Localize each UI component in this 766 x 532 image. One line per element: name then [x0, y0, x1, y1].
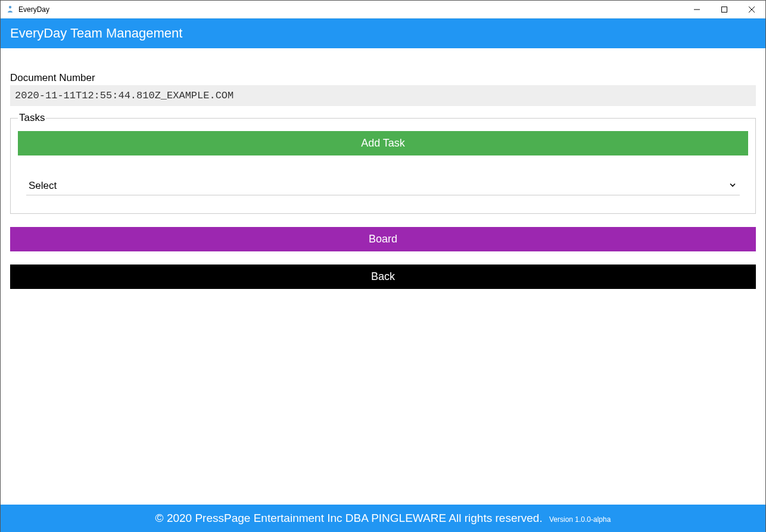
window-title: EveryDay [18, 5, 49, 14]
svg-rect-2 [722, 7, 727, 12]
svg-point-0 [9, 5, 11, 8]
back-button[interactable]: Back [10, 265, 756, 289]
window-controls [683, 1, 765, 18]
app-header: EveryDay Team Management [1, 18, 765, 48]
board-button[interactable]: Board [10, 227, 756, 251]
titlebar-left: EveryDay [5, 5, 49, 14]
add-task-button[interactable]: Add Task [18, 131, 748, 155]
maximize-button[interactable] [711, 1, 738, 18]
document-number-input[interactable] [10, 85, 756, 106]
footer-version: Version 1.0.0-alpha [549, 515, 611, 524]
document-number-label: Document Number [10, 72, 756, 84]
minimize-button[interactable] [683, 1, 711, 18]
app-header-title: EveryDay Team Management [10, 26, 182, 41]
titlebar: EveryDay [1, 1, 765, 18]
close-button[interactable] [738, 1, 765, 18]
tasks-legend: Tasks [18, 112, 46, 124]
task-select[interactable]: Select [26, 176, 740, 195]
main-content: Document Number Tasks Add Task Select Bo… [1, 48, 765, 289]
app-icon [5, 5, 15, 14]
footer-copyright: © 2020 PressPage Entertainment Inc DBA P… [155, 512, 543, 524]
footer: © 2020 PressPage Entertainment Inc DBA P… [1, 505, 765, 532]
tasks-fieldset: Tasks Add Task Select [10, 112, 756, 214]
